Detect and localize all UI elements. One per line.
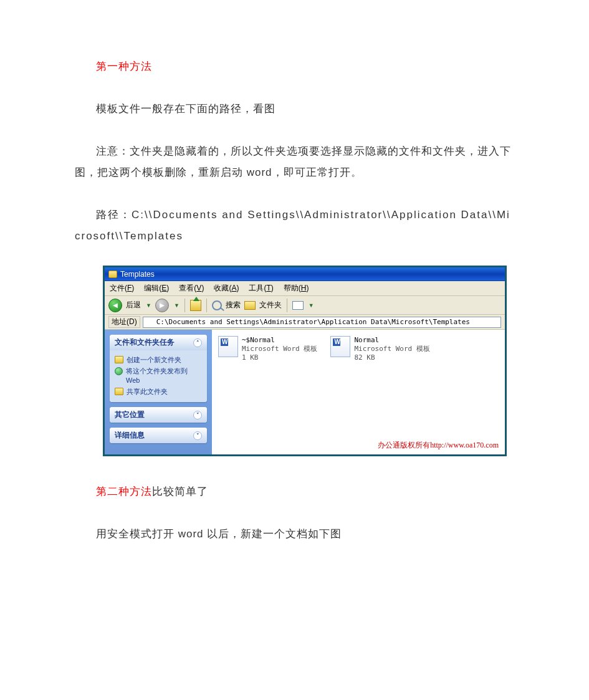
address-value: C:\Documents and Settings\Administrator\… <box>156 318 470 326</box>
document-page: 第一种方法 模板文件一般存在下面的路径，看图 注意：文件夹是隐藏着的，所以文件夹… <box>0 0 589 691</box>
path-paragraph: 路径：C:\\Documents and Settings\\Administr… <box>75 204 514 247</box>
other-places-title: 其它位置 <box>115 410 145 420</box>
separator <box>206 299 207 312</box>
views-dropdown-icon[interactable]: ▼ <box>309 302 314 309</box>
task-label: 创建一个新文件夹 <box>127 355 181 364</box>
file-item[interactable]: ~$Normal Microsoft Word 模板 1 KB <box>218 336 324 362</box>
paragraph-4: 用安全模式打开 word 以后，新建一个文档如下图 <box>75 524 514 545</box>
task-label: 共享此文件夹 <box>127 387 168 396</box>
file-area[interactable]: ~$Normal Microsoft Word 模板 1 KB Normal M… <box>212 330 505 454</box>
back-label[interactable]: 后退 <box>126 300 141 310</box>
tasks-panel: 文件和文件夹任务 ˄ 创建一个新文件夹 将这个文件夹发布到 Web <box>110 335 207 402</box>
watermark: 办公通版权所有http://www.oa170.com <box>378 440 499 451</box>
details-header[interactable]: 详细信息 ˅ <box>110 428 207 443</box>
menubar: 文件(F) 编辑(E) 查看(V) 收藏(A) 工具(T) 帮助(H) <box>105 281 505 296</box>
word-doc-icon <box>330 336 350 357</box>
menu-view[interactable]: 查看(V) <box>176 282 206 294</box>
chevron-up-icon[interactable]: ˄ <box>193 338 202 347</box>
task-new-folder[interactable]: 创建一个新文件夹 <box>115 354 202 365</box>
file-name: Normal <box>354 336 429 345</box>
paragraph-2: 注意：文件夹是隐藏着的，所以文件夹选项要选择显示隐藏的文件和文件夹，进入下图，把… <box>75 141 514 183</box>
arrow-left-icon: ◄ <box>112 300 120 310</box>
search-button[interactable]: 搜索 <box>226 300 241 310</box>
paragraph-1: 模板文件一般存在下面的路径，看图 <box>75 98 514 120</box>
explorer-body: 文件和文件夹任务 ˄ 创建一个新文件夹 将这个文件夹发布到 Web <box>105 330 505 454</box>
up-button[interactable] <box>190 300 201 311</box>
back-button[interactable]: ◄ <box>108 299 122 312</box>
file-size: 1 KB <box>242 353 259 362</box>
views-icon[interactable] <box>292 301 304 310</box>
file-type: Microsoft Word 模板 <box>242 345 317 353</box>
folders-icon <box>244 301 256 310</box>
new-folder-icon <box>115 356 123 363</box>
titlebar[interactable]: Templates <box>105 267 505 281</box>
separator <box>184 299 185 312</box>
folder-icon <box>145 319 154 326</box>
task-share-folder[interactable]: 共享此文件夹 <box>115 386 202 397</box>
method2-suffix: 比较简单了 <box>152 486 208 497</box>
window-title: Templates <box>120 270 155 279</box>
folder-icon <box>108 271 117 278</box>
method1-title: 第一种方法 <box>96 60 152 72</box>
back-dropdown-icon[interactable]: ▼ <box>146 302 151 309</box>
watermark-text: 办公通版权所有http://www.oa170.com <box>378 441 499 449</box>
forward-button[interactable]: ► <box>155 299 169 312</box>
path-value: C:\\Documents and Settings\\Administrato… <box>75 209 510 242</box>
menu-favorites[interactable]: 收藏(A) <box>211 282 241 294</box>
forward-dropdown-icon[interactable]: ▼ <box>174 302 180 309</box>
address-input[interactable]: C:\Documents and Settings\Administrator\… <box>143 317 501 328</box>
task-publish-web[interactable]: 将这个文件夹发布到 Web <box>115 365 202 386</box>
side-panel: 文件和文件夹任务 ˄ 创建一个新文件夹 将这个文件夹发布到 Web <box>105 330 212 454</box>
chevron-down-icon[interactable]: ˅ <box>193 431 202 440</box>
task-label: 将这个文件夹发布到 Web <box>126 367 202 385</box>
menu-file[interactable]: 文件(F) <box>107 282 136 294</box>
details-title: 详细信息 <box>115 430 145 441</box>
tasks-body: 创建一个新文件夹 将这个文件夹发布到 Web 共享此文件夹 <box>110 350 207 402</box>
file-meta: Normal Microsoft Word 模板 82 KB <box>354 336 429 362</box>
explorer-window: Templates 文件(F) 编辑(E) 查看(V) 收藏(A) 工具(T) … <box>103 266 507 456</box>
search-icon <box>212 300 222 310</box>
menu-edit[interactable]: 编辑(E) <box>141 282 171 294</box>
method2-heading: 第二种方法比较简单了 <box>75 481 514 502</box>
address-label: 地址(D) <box>108 316 140 328</box>
other-places-panel: 其它位置 ˅ <box>110 407 207 423</box>
separator <box>287 299 287 312</box>
method2-title: 第二种方法 <box>96 486 152 497</box>
file-size: 82 KB <box>354 353 375 362</box>
tasks-title: 文件和文件夹任务 <box>115 337 175 348</box>
folders-button[interactable]: 文件夹 <box>259 300 282 310</box>
file-meta: ~$Normal Microsoft Word 模板 1 KB <box>242 336 317 362</box>
chevron-down-icon[interactable]: ˅ <box>193 411 202 420</box>
word-doc-icon <box>218 336 238 357</box>
path-prefix: 路径： <box>96 209 132 221</box>
globe-icon <box>115 367 123 375</box>
file-type: Microsoft Word 模板 <box>354 345 429 353</box>
toolbar: ◄ 后退 ▼ ► ▼ 搜索 文件夹 ▼ <box>105 296 505 315</box>
share-folder-icon <box>115 388 123 395</box>
file-item[interactable]: Normal Microsoft Word 模板 82 KB <box>330 336 436 362</box>
menu-help[interactable]: 帮助(H) <box>281 282 312 294</box>
other-places-header[interactable]: 其它位置 ˅ <box>110 407 207 423</box>
address-bar: 地址(D) C:\Documents and Settings\Administ… <box>105 315 505 330</box>
method1-heading: 第一种方法 <box>75 56 514 77</box>
arrow-right-icon: ► <box>158 300 166 310</box>
tasks-header[interactable]: 文件和文件夹任务 ˄ <box>110 335 207 350</box>
details-panel: 详细信息 ˅ <box>110 428 207 443</box>
file-name: ~$Normal <box>242 336 317 345</box>
menu-tools[interactable]: 工具(T) <box>246 282 275 294</box>
